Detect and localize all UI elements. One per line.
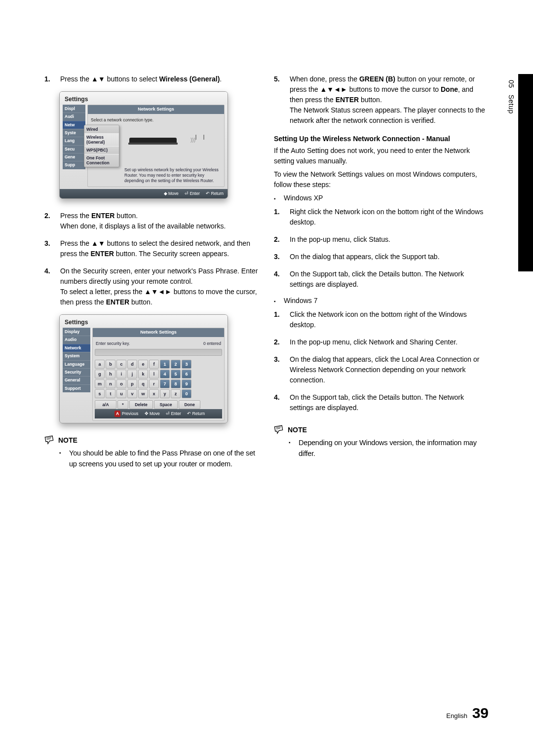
key-6[interactable]: 6 (182, 370, 191, 378)
bullet-icon: ▪ (274, 194, 279, 204)
sidebar-item[interactable]: System (63, 352, 90, 360)
key-g[interactable]: g (95, 370, 105, 378)
key-5[interactable]: 5 (171, 370, 181, 378)
sidebar-item[interactable]: Secu (63, 145, 85, 153)
note-label: NOTE (58, 436, 77, 444)
key-l[interactable]: l (149, 370, 159, 378)
sidebar-item[interactable]: Supp (63, 161, 85, 169)
key-case[interactable]: a/A (95, 400, 116, 409)
key-delete[interactable]: Delete (129, 400, 153, 409)
key-1[interactable]: 1 (160, 360, 170, 369)
key-c[interactable]: c (116, 360, 126, 369)
key-f[interactable]: f (149, 360, 159, 369)
step: 4.On the Support tab, click the Details … (274, 269, 489, 290)
step: 3.On the dialog that appears, click the … (274, 354, 489, 385)
pane-desc: Select a network connection type. (90, 116, 222, 125)
foot-enter: ⏎ Enter (166, 411, 181, 416)
svg-rect-3 (203, 135, 204, 140)
mock-sidebar: DisplAudiNetwSysteLangSecuGeneSupp (63, 105, 85, 187)
foot-enter: ⏎ Enter (185, 191, 200, 196)
manual-para1: If the Auto Setting does not work, you n… (274, 146, 489, 166)
key-9[interactable]: 9 (182, 379, 191, 388)
side-label: 05 Setup (507, 80, 515, 114)
key-space[interactable]: Space (154, 400, 178, 409)
right-step-5: 5.When done, press the GREEN (B) button … (274, 74, 489, 126)
key-h[interactable]: h (106, 370, 115, 378)
windows-7-steps: 1.Click the Network icon on the bottom r… (274, 309, 489, 413)
mock-pane: Network Settings Enter security key. 0 e… (92, 328, 225, 421)
sidebar-item[interactable]: General (63, 376, 90, 384)
sidebar-item[interactable]: Support (63, 384, 90, 392)
network-type-option[interactable]: WPS(PBC) (84, 146, 119, 154)
svg-rect-2 (195, 135, 196, 140)
sidebar-item[interactable]: Lang (63, 137, 85, 145)
key-z[interactable]: z (171, 389, 181, 398)
network-type-option[interactable]: Wireless (General) (84, 133, 119, 146)
key-8[interactable]: 8 (171, 379, 181, 388)
chapter-title: Setup (507, 95, 515, 114)
windows-xp-label: ▪ Windows XP (274, 194, 489, 204)
key-i[interactable]: i (116, 370, 126, 378)
bullet-icon: ▪ (274, 297, 279, 306)
sidebar-item[interactable]: Network (63, 344, 90, 352)
svg-text:))): ))) (190, 137, 195, 143)
key-m[interactable]: m (95, 379, 105, 388)
network-type-option[interactable]: One Foot Connection (84, 154, 119, 167)
network-type-options: WiredWireless (General)WPS(PBC)One Foot … (84, 125, 119, 167)
sidebar-item[interactable]: Audi (63, 113, 85, 120)
security-key-input[interactable] (95, 349, 222, 356)
note-heading-left: NOTE (44, 435, 259, 445)
sidebar-item[interactable]: Language (63, 360, 90, 368)
sidebar-item[interactable]: Security (63, 368, 90, 376)
mock-sidebar: DisplayAudioNetworkSystemLanguageSecurit… (63, 328, 90, 421)
key-y[interactable]: y (160, 389, 170, 398)
key-done[interactable]: Done (179, 400, 200, 409)
step: 1.Click the Network icon on the bottom r… (274, 309, 489, 330)
keyboard-bottom-row: a/A * Delete Space Done (95, 400, 222, 409)
key-t[interactable]: t (106, 389, 115, 398)
left-column: 1.Press the ▲▼ buttons to select Wireles… (44, 74, 259, 470)
key-w[interactable]: w (138, 389, 148, 398)
key-s[interactable]: s (95, 389, 105, 398)
key-o[interactable]: o (116, 379, 126, 388)
key-d[interactable]: d (127, 360, 137, 369)
key-r[interactable]: r (149, 379, 159, 388)
key-0[interactable]: 0 (182, 389, 191, 398)
key-u[interactable]: u (116, 389, 126, 398)
right-column: 5.When done, press the GREEN (B) button … (274, 74, 489, 470)
key-p[interactable]: p (127, 379, 137, 388)
pane-header: Network Settings (88, 105, 224, 114)
key-j[interactable]: j (127, 370, 137, 378)
svg-rect-1 (128, 143, 178, 145)
step: 4.On the Security screen, enter your net… (44, 266, 259, 307)
foot-move: ◆ Move (164, 191, 179, 196)
key-e[interactable]: e (138, 360, 148, 369)
key-n[interactable]: n (106, 379, 115, 388)
key-b[interactable]: b (106, 360, 115, 369)
mock-wrapper: Settings DisplayAudioNetworkSystemLangua… (44, 314, 259, 423)
key-a[interactable]: a (95, 360, 105, 369)
bullet-icon: ▪ (59, 448, 64, 470)
sidebar-item[interactable]: Displ (63, 105, 85, 113)
key-star[interactable]: * (117, 400, 128, 409)
note-label: NOTE (288, 426, 307, 434)
sidebar-item[interactable]: Audio (63, 336, 90, 343)
settings-screenshot-2: Settings DisplayAudioNetworkSystemLangua… (59, 314, 228, 423)
foot-previous: APrevious (112, 411, 138, 416)
key-v[interactable]: v (127, 389, 137, 398)
sidebar-item[interactable]: Display (63, 328, 90, 336)
key-3[interactable]: 3 (182, 360, 191, 369)
foot-return: ↶ Return (187, 411, 205, 416)
key-k[interactable]: k (138, 370, 148, 378)
step: 3.On the dialog that appears, click the … (274, 252, 489, 262)
key-4[interactable]: 4 (160, 370, 170, 378)
sidebar-item[interactable]: Syste (63, 129, 85, 137)
key-q[interactable]: q (138, 379, 148, 388)
sidebar-item[interactable]: Netw (63, 121, 85, 129)
enter-key-label: Enter security key. (96, 340, 130, 347)
key-2[interactable]: 2 (171, 360, 181, 369)
key-x[interactable]: x (149, 389, 159, 398)
key-7[interactable]: 7 (160, 379, 170, 388)
network-type-option[interactable]: Wired (84, 125, 119, 133)
sidebar-item[interactable]: Gene (63, 153, 85, 161)
